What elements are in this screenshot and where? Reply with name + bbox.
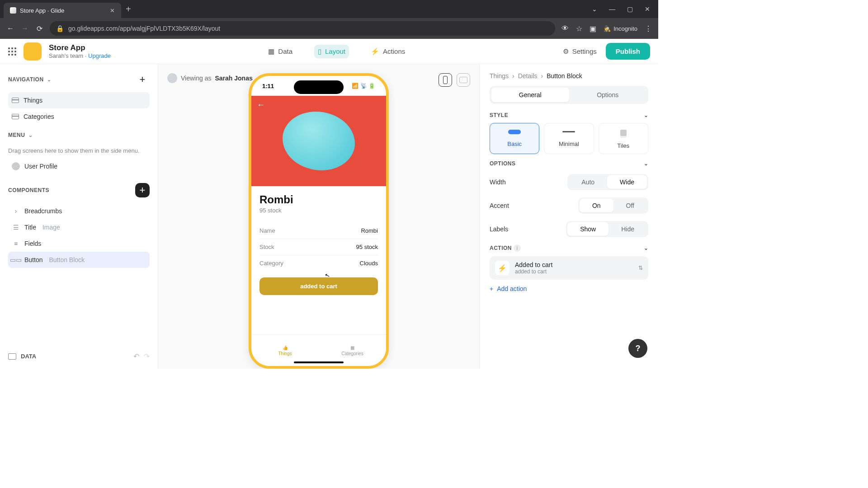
settings-label: Settings — [572, 47, 597, 55]
chevron-down-icon: ⌄ — [47, 77, 52, 82]
back-icon[interactable]: ← — [257, 100, 265, 110]
tab-options[interactable]: Options — [569, 88, 647, 102]
field-value: 95 stock — [356, 244, 378, 250]
nav-item-categories[interactable]: Categories — [8, 108, 150, 125]
option-accent-label: Accent — [490, 202, 509, 209]
extensions-icon[interactable]: ▣ — [590, 24, 596, 33]
action-item[interactable]: ⚡ Added to cart added to cart ⇅ — [490, 256, 648, 280]
help-button[interactable]: ? — [628, 339, 647, 358]
add-to-cart-button[interactable]: added to cart — [259, 277, 378, 295]
sort-icon[interactable]: ⇅ — [638, 265, 643, 271]
nav-actions[interactable]: ⚡Actions — [367, 45, 409, 58]
window-controls: ⌄ ― ▢ ✕ — [592, 5, 655, 13]
chevron-down-icon: ⌄ — [28, 132, 33, 138]
labels-show[interactable]: Show — [567, 222, 609, 236]
chevron-right-icon: › — [12, 207, 20, 215]
eye-off-icon[interactable]: 👁 — [561, 24, 569, 33]
data-footer[interactable]: DATA ↶ ↷ — [8, 347, 150, 361]
width-wide[interactable]: Wide — [607, 175, 647, 189]
address-bar[interactable]: 🔒 go.glideapps.com/app/walgjFplVLDTX3b5K… — [50, 21, 555, 36]
publish-button[interactable]: Publish — [606, 43, 650, 60]
width-auto[interactable]: Auto — [569, 175, 607, 189]
phone-time: 1:11 — [262, 83, 274, 89]
component-fields[interactable]: ≡Fields — [8, 235, 150, 252]
close-tab-icon[interactable]: ✕ — [110, 7, 115, 14]
browser-tab[interactable]: Store App · Glide ✕ — [4, 3, 121, 18]
add-action-button[interactable]: +Add action — [490, 285, 648, 292]
minimize-icon[interactable]: ― — [609, 5, 615, 13]
component-sublabel: Image — [42, 224, 60, 231]
device-tablet-button[interactable] — [457, 73, 470, 87]
component-title[interactable]: ☰TitleImage — [8, 219, 150, 235]
action-section-heading[interactable]: ACTION i⌄ — [490, 244, 648, 252]
undo-icon[interactable]: ↶ — [133, 352, 139, 361]
add-screen-button[interactable]: + — [135, 72, 150, 87]
button-icon: ▭▭ — [12, 256, 20, 263]
accent-on[interactable]: On — [580, 199, 613, 212]
field-label: Category — [259, 260, 283, 267]
new-tab-button[interactable]: + — [126, 4, 131, 14]
left-panel: NAVIGATION ⌄ + Things Categories MENU ⌄ … — [0, 64, 158, 369]
incognito-icon: 🕵 — [604, 25, 611, 32]
nav-actions-label: Actions — [383, 47, 405, 55]
style-basic[interactable]: Basic — [490, 123, 539, 154]
field-row: Stock95 stock — [259, 239, 378, 255]
fields-icon: ≡ — [12, 240, 20, 247]
add-component-button[interactable]: + — [135, 183, 150, 197]
style-label: Basic — [490, 141, 539, 147]
reload-icon[interactable]: ⟳ — [35, 24, 43, 33]
thumb-icon: 👍 — [283, 345, 288, 350]
grid-icon: ▦ — [268, 47, 274, 56]
chevron-down-icon[interactable]: ⌄ — [592, 5, 597, 13]
app-logo — [24, 42, 42, 61]
tab-title: Store App · Glide — [20, 7, 64, 14]
redo-icon[interactable]: ↷ — [144, 352, 150, 361]
crumb-details[interactable]: Details — [518, 72, 538, 80]
kebab-menu-icon[interactable]: ⋮ — [645, 24, 652, 33]
phone-tab-label: Things — [278, 351, 292, 356]
labels-hide[interactable]: Hide — [609, 222, 647, 236]
tab-general[interactable]: General — [491, 88, 569, 102]
nav-data[interactable]: ▦Data — [264, 45, 296, 58]
layout-icon: ▯ — [318, 47, 321, 56]
component-button[interactable]: ▭▭ButtonButton Block — [8, 252, 150, 268]
field-row: CategoryClouds — [259, 255, 378, 271]
chevron-down-icon: ⌄ — [644, 112, 649, 118]
avatar-icon — [167, 73, 177, 83]
nav-item-things[interactable]: Things — [8, 92, 150, 108]
style-minimal[interactable]: Minimal — [544, 123, 594, 154]
back-icon[interactable]: ← — [6, 24, 14, 33]
close-window-icon[interactable]: ✕ — [645, 5, 650, 13]
info-icon[interactable]: i — [514, 244, 521, 252]
browser-tab-strip: Store App · Glide ✕ + ⌄ ― ▢ ✕ — [0, 0, 658, 18]
accent-off[interactable]: Off — [613, 199, 647, 212]
action-title: Added to cart — [515, 261, 552, 268]
settings-button[interactable]: ⚙Settings — [563, 47, 597, 56]
nav-layout[interactable]: ▯Layout — [314, 45, 349, 58]
canvas: Viewing as Sarah Jonas ⌄ 1:11 📶 📡 🔋 ← Ro… — [158, 64, 480, 369]
star-icon[interactable]: ☆ — [576, 24, 582, 33]
maximize-icon[interactable]: ▢ — [627, 5, 633, 13]
menu-heading[interactable]: MENU ⌄ — [8, 132, 33, 138]
options-section-heading[interactable]: OPTIONS⌄ — [490, 160, 648, 167]
style-tiles[interactable]: Tiles — [599, 123, 648, 154]
navigation-heading[interactable]: NAVIGATION ⌄ — [8, 76, 52, 83]
option-width-label: Width — [490, 178, 506, 186]
user-profile-item[interactable]: User Profile — [8, 159, 150, 174]
incognito-badge[interactable]: 🕵 Incognito — [604, 25, 637, 32]
title-icon: ☰ — [12, 224, 20, 231]
field-label: Name — [259, 227, 275, 234]
crumb-things[interactable]: Things — [490, 72, 509, 80]
nav-item-label: Categories — [24, 113, 54, 120]
tablet-icon — [459, 77, 467, 83]
phone-preview: 1:11 📶 📡 🔋 ← Rombi 95 stock NameRombi St… — [249, 73, 389, 369]
style-section-heading[interactable]: STYLE⌄ — [490, 112, 648, 118]
team-name: Sarah's team — [49, 52, 83, 59]
component-breadcrumbs[interactable]: ›Breadcrumbs — [8, 203, 150, 219]
field-label: Stock — [259, 244, 274, 250]
app-switcher-icon[interactable] — [8, 47, 16, 56]
viewing-as-selector[interactable]: Viewing as Sarah Jonas ⌄ — [167, 73, 262, 83]
device-phone-button[interactable] — [439, 73, 452, 87]
upgrade-link[interactable]: Upgrade — [88, 52, 111, 59]
forward-icon[interactable]: → — [21, 24, 29, 33]
